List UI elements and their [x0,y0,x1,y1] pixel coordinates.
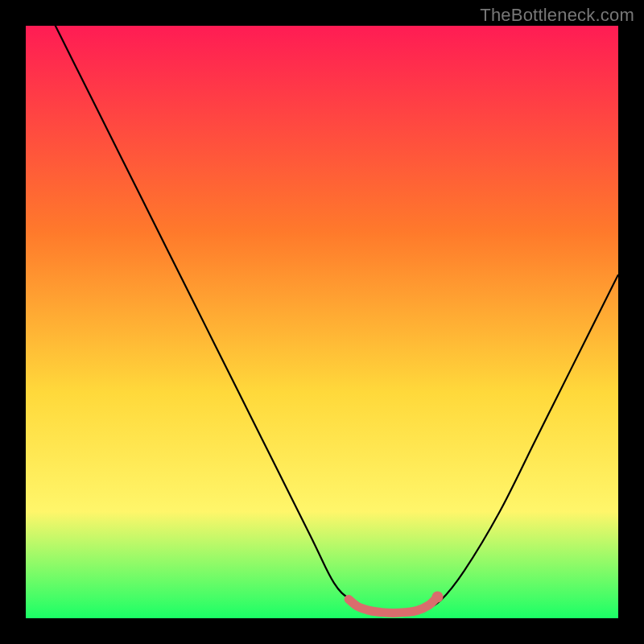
gradient-background [26,26,618,618]
outer-frame: TheBottleneck.com [0,0,644,644]
chart-area [26,26,618,618]
highlight-end-dot [432,592,444,603]
bottleneck-chart [26,26,618,618]
watermark-text: TheBottleneck.com [480,5,634,26]
